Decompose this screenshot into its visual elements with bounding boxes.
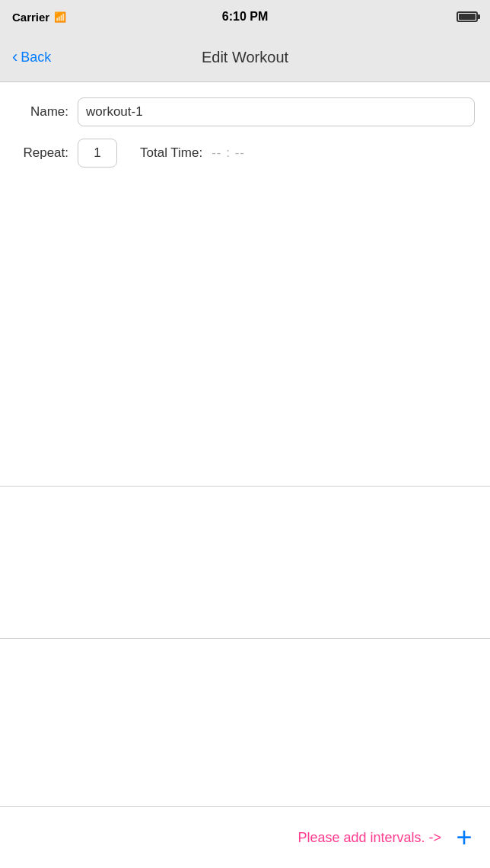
repeat-row: Repeat: Total Time: -- : -- xyxy=(15,139,475,168)
main-content: Name: Repeat: Total Time: -- : -- ⬇ Plea… xyxy=(0,82,490,868)
bottom-bar: Please add intervals. -> + xyxy=(0,807,490,868)
total-time-section: Total Time: -- : -- xyxy=(140,145,245,161)
back-label: Back xyxy=(21,49,51,65)
total-time-label: Total Time: xyxy=(140,145,202,161)
name-row: Name: xyxy=(15,97,475,126)
status-battery xyxy=(457,11,478,22)
name-input[interactable] xyxy=(78,97,475,126)
status-carrier: Carrier 📶 xyxy=(12,11,66,24)
back-button[interactable]: ‹ Back xyxy=(8,43,56,72)
divider-1 xyxy=(0,486,490,487)
status-bar: Carrier 📶 6:10 PM xyxy=(0,0,490,34)
repeat-input[interactable] xyxy=(78,139,117,168)
wifi-icon: 📶 xyxy=(54,11,66,23)
back-chevron-icon: ‹ xyxy=(12,49,18,65)
battery-icon xyxy=(457,11,478,22)
page-title: Edit Workout xyxy=(202,49,288,66)
add-interval-button[interactable]: + xyxy=(450,824,478,851)
divider-2 xyxy=(0,638,490,639)
total-time-value: -- : -- xyxy=(212,145,245,161)
repeat-label: Repeat: xyxy=(15,145,68,161)
status-time: 6:10 PM xyxy=(222,10,268,24)
carrier-label: Carrier xyxy=(12,11,49,24)
please-add-text: Please add intervals. -> xyxy=(298,830,441,846)
battery-fill xyxy=(459,14,476,20)
navigation-bar: ‹ Back Edit Workout xyxy=(0,34,490,82)
bottom-area: Please add intervals. -> + xyxy=(0,806,490,868)
name-label: Name: xyxy=(15,104,68,120)
form-area: Name: Repeat: Total Time: -- : -- xyxy=(0,82,490,168)
